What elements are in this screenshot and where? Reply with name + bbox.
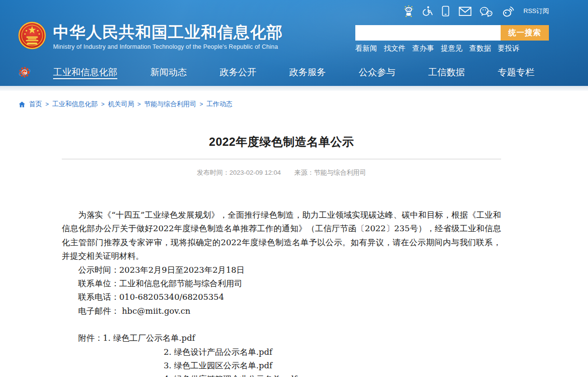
mail-icon[interactable] [459, 6, 472, 16]
contact-phone-line: 联系电话：010-68205340/68205354 [62, 290, 501, 304]
nav-item-gov-disclosure[interactable]: 政务公开 [220, 66, 256, 79]
contact-email-line: 电子邮件： hbc@miit.gov.cn [62, 304, 501, 318]
nav-item-gov-services[interactable]: 政务服务 [289, 66, 326, 79]
article-body: 为落实《“十四五”工业绿色发展规划》，全面推行绿色制造，助力工业领域实现碳达峰、… [62, 208, 501, 377]
wechat-icon[interactable] [480, 6, 492, 17]
article-title: 2022年度绿色制造名单公示 [62, 134, 501, 150]
breadcrumb: 首页 > 工业和信息化部 > 机关司局 > 节能与综合利用司 > 工作动态 [18, 99, 588, 109]
breadcrumb-work-updates[interactable]: 工作动态 [207, 100, 233, 109]
intro-paragraph: 为落实《“十四五”工业绿色发展规划》，全面推行绿色制造，助力工业领域实现碳达峰、… [62, 208, 501, 263]
nav-item-data[interactable]: 工信数据 [428, 66, 465, 79]
quick-link-services[interactable]: 查办事 [412, 44, 434, 53]
publish-time: 2023-02-09 12:04 [229, 169, 281, 176]
article: 2022年度绿色制造名单公示 发布时间：2023-02-09 12:04来源：节… [62, 134, 501, 377]
publicity-period-line: 公示时间：2023年2月9日至2023年2月18日 [62, 263, 501, 277]
quick-link-data[interactable]: 查数据 [469, 44, 491, 53]
source-label: 来源： [294, 169, 314, 176]
nav-item-news[interactable]: 新闻动态 [150, 66, 187, 79]
breadcrumb-energy-dept[interactable]: 节能与综合利用司 [144, 100, 196, 109]
national-emblem-icon [18, 21, 46, 50]
header-bottom-divider [0, 86, 588, 91]
weibo-icon[interactable] [501, 6, 514, 17]
site-header: 中华人民共和国工业和信息化部 Ministry of Industry and … [0, 0, 588, 86]
accessibility-icon[interactable] [422, 6, 433, 17]
mobile-icon[interactable] [441, 5, 450, 17]
article-meta: 发布时间：2023-02-09 12:04来源：节能与综合利用司 [62, 168, 501, 177]
mascot-robot-icon[interactable] [403, 5, 414, 17]
attachment-green-supply-chain[interactable]: 4. 绿色供应链管理企业公示名单.pdf [164, 374, 297, 377]
breadcrumb-miit[interactable]: 工业和信息化部 [52, 100, 98, 109]
quick-link-documents[interactable]: 找文件 [384, 44, 406, 53]
main-nav: 工业和信息化部 新闻动态 政务公开 政务服务 公众参与 工信数据 专题专栏 [0, 65, 588, 80]
quick-links-row: 看新闻 找文件 查办事 提意见 查数据 要投诉 [355, 44, 549, 53]
title-divider [62, 159, 501, 159]
attachments-label: 附件： [78, 333, 103, 343]
home-icon[interactable] [18, 101, 26, 108]
contact-unit-line: 联系单位：工业和信息化部节能与综合利用司 [62, 277, 501, 290]
quick-link-news[interactable]: 看新闻 [355, 44, 377, 53]
attachment-green-factory[interactable]: 1. 绿色工厂公示名单.pdf [103, 333, 195, 343]
nav-item-topics[interactable]: 专题专栏 [498, 66, 534, 79]
attachment-green-industrial-parks[interactable]: 3. 绿色工业园区公示名单.pdf [164, 361, 272, 370]
unified-search: 统一搜索 [355, 25, 549, 41]
utility-icons-row: RSS订阅 [355, 5, 549, 17]
breadcrumb-home[interactable]: 首页 [29, 100, 42, 109]
rss-subscribe-link[interactable]: RSS订阅 [523, 7, 549, 15]
publish-time-label: 发布时间： [197, 169, 230, 176]
source-value: 节能与综合利用司 [314, 169, 366, 176]
attachments: 附件：1. 绿色工厂公示名单.pdf 2. 绿色设计产品公示名单.pdf 3. … [62, 331, 501, 377]
search-button[interactable]: 统一搜索 [501, 25, 549, 41]
nav-item-participation[interactable]: 公众参与 [359, 66, 395, 79]
miit-e-logo-icon [18, 66, 31, 79]
nav-item-miit[interactable]: 工业和信息化部 [53, 66, 117, 79]
quick-link-complaint[interactable]: 要投诉 [498, 44, 519, 53]
breadcrumb-departments[interactable]: 机关司局 [108, 100, 134, 109]
attachment-green-design-products[interactable]: 2. 绿色设计产品公示名单.pdf [164, 347, 272, 357]
site-title: 中华人民共和国工业和信息化部 [53, 24, 283, 41]
quick-link-feedback[interactable]: 提意见 [441, 44, 462, 53]
site-title-en: Ministry of Industry and Information Tec… [53, 43, 283, 50]
search-input[interactable] [355, 25, 501, 41]
